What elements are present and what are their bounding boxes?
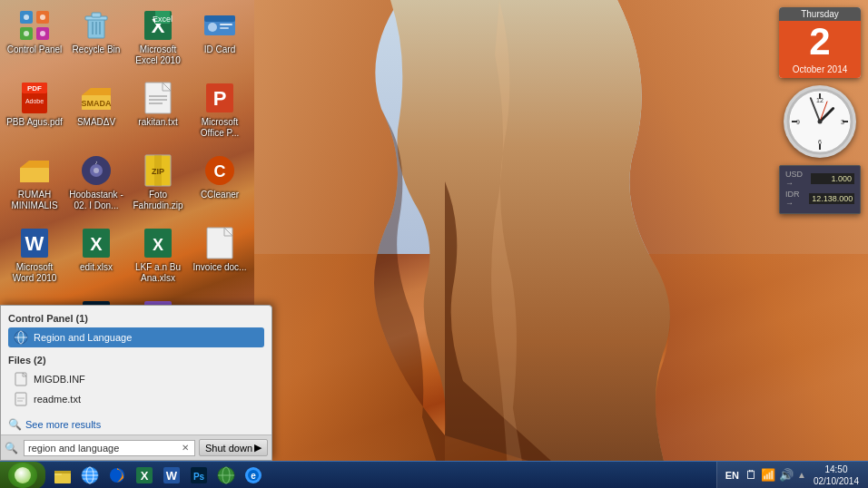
lang-indicator: EN <box>723 470 742 481</box>
readme-icon <box>14 392 28 406</box>
svg-text:X: X <box>90 234 103 254</box>
svg-text:X: X <box>141 469 149 483</box>
icon-label-foto: Foto Fahrudin.zip <box>129 190 187 211</box>
recycle-bin-icon <box>80 9 113 42</box>
svg-text:Excel: Excel <box>153 15 173 24</box>
excel-icon: X Excel <box>142 9 174 42</box>
clock-face-svg: 12 3 6 9 <box>786 88 853 155</box>
icon-excel-2010[interactable]: X Excel Microsoft Excel 2010 <box>127 4 189 74</box>
svg-text:W: W <box>25 232 44 255</box>
icon-edit-xlsx[interactable]: X edit.xlsx <box>65 221 127 292</box>
control-panel-icon <box>18 9 51 42</box>
desktop: Control Panel Recycle Bin X <box>0 0 868 488</box>
icon-label-office-p: Microsoft Office P... <box>191 117 249 139</box>
svg-rect-78 <box>15 393 26 405</box>
pdf-icon: PDF Adobe <box>18 82 51 114</box>
svg-text:12: 12 <box>816 97 824 103</box>
folder-rumah-icon <box>18 154 51 187</box>
tray-icon-sound[interactable]: 🔊 <box>779 468 794 482</box>
search-bar: 🔍 region and language ✕ Shut down ▶ <box>1 434 271 460</box>
taskbar-icon-explorer[interactable] <box>50 463 75 488</box>
clock-widget: 12 3 6 9 <box>784 85 856 158</box>
icon-office-p[interactable]: P Microsoft Office P... <box>189 76 251 147</box>
icon-control-panel[interactable]: Control Panel <box>4 4 65 74</box>
search-input-text[interactable]: region and language <box>28 443 180 454</box>
svg-point-72 <box>818 120 823 124</box>
svg-text:W: W <box>166 469 178 483</box>
result-readme[interactable]: readme.txt <box>8 389 264 409</box>
svg-point-5 <box>24 15 29 20</box>
see-more-results[interactable]: 🔍 See more results <box>8 415 264 434</box>
taskbar-icon-network2[interactable] <box>213 463 239 488</box>
svg-text:C: C <box>214 162 226 181</box>
migdb-icon <box>14 372 28 386</box>
svg-point-21 <box>208 23 217 32</box>
icon-rakitan[interactable]: rakitan.txt <box>127 76 189 147</box>
icon-hoobastank[interactable]: ♪ Hoobastank - 02. I Don... <box>65 149 127 220</box>
calendar-date: 2 <box>779 21 861 63</box>
lkf-icon: X <box>142 227 174 259</box>
invoice-icon <box>203 227 236 259</box>
svg-rect-11 <box>92 13 101 17</box>
usd-value: 1.000 <box>811 173 854 184</box>
icon-word-2010[interactable]: W Microsoft Word 2010 <box>4 221 65 292</box>
ccleaner-icon: C <box>203 154 236 187</box>
calendar-month-year: October 2014 <box>779 63 861 78</box>
svg-text:P: P <box>213 87 227 110</box>
icon-label-recycle-bin: Recycle Bin <box>73 44 121 55</box>
word-icon: W <box>18 227 51 259</box>
tray-icon-notes: 🗒 <box>745 468 757 482</box>
svg-rect-22 <box>220 24 232 25</box>
icon-invoice[interactable]: Invoice doc... <box>189 221 251 292</box>
tray-icon-network-tray[interactable]: 📶 <box>761 468 775 482</box>
icon-label-hoobastank: Hoobastank - 02. I Don... <box>67 190 125 211</box>
usd-row: USD → 1.000 <box>785 170 854 188</box>
icon-label-word: Microsoft Word 2010 <box>5 262 64 284</box>
icon-label-rakitan: rakitan.txt <box>138 117 177 128</box>
idr-value: 12.138.000 <box>809 193 854 204</box>
taskbar-icon-excel-tb[interactable]: X <box>132 463 157 488</box>
smada-icon: SMADA <box>80 82 113 114</box>
taskbar-icon-ie[interactable] <box>77 463 103 488</box>
shutdown-button[interactable]: Shut down ▶ <box>199 439 268 456</box>
icon-label-excel: Microsoft Excel 2010 <box>129 44 187 66</box>
svg-point-8 <box>40 31 45 36</box>
icon-ccleaner[interactable]: C CCleaner <box>189 149 251 220</box>
zip-icon: ZIP <box>142 154 174 187</box>
taskbar-icon-ie2[interactable]: e <box>241 463 266 488</box>
calendar-widget: Thursday 2 October 2014 <box>779 7 861 78</box>
svg-text:3: 3 <box>841 119 844 125</box>
result-region-language[interactable]: Region and Language <box>8 327 264 347</box>
svg-point-6 <box>40 15 45 20</box>
clock-tray[interactable]: 14:50 02/10/2014 <box>810 464 863 487</box>
start-button[interactable] <box>0 462 45 489</box>
taskbar-icon-word-tb[interactable]: W <box>159 463 184 488</box>
svg-rect-23 <box>220 27 229 29</box>
txt-icon <box>142 82 174 114</box>
icon-pbb-agus[interactable]: PDF Adobe PBB Agus.pdf <box>4 76 65 147</box>
files-section-title: Files (2) <box>8 355 264 366</box>
svg-text:ZIP: ZIP <box>152 167 164 176</box>
icon-smada[interactable]: SMADA SMADΔV <box>65 76 127 147</box>
icon-lkf-ana[interactable]: X LKF a.n Bu Ana.xlsx <box>127 221 189 292</box>
region-language-icon <box>14 330 28 345</box>
icon-foto-fahrudin[interactable]: ZIP Foto Fahrudin.zip <box>127 149 189 220</box>
id-card-icon <box>203 9 236 42</box>
calendar-day: Thursday <box>779 7 861 21</box>
svg-text:9: 9 <box>796 119 800 125</box>
taskbar-icon-photoshop-tb[interactable]: Ps <box>186 463 212 488</box>
taskbar-icon-firefox[interactable] <box>104 463 130 488</box>
search-input-box[interactable]: region and language ✕ <box>24 440 195 456</box>
icon-rumah[interactable]: RUMAH MINIMALIS <box>4 149 65 220</box>
icon-label-id-card: ID Card <box>204 44 235 55</box>
start-orb <box>8 463 37 488</box>
icon-id-card[interactable]: ID Card <box>189 4 251 74</box>
icon-label-smada: SMADΔV <box>77 117 115 128</box>
clock-time: 14:50 <box>824 464 847 475</box>
icon-recycle-bin[interactable]: Recycle Bin <box>65 4 127 74</box>
start-orb-inner <box>15 467 31 483</box>
svg-point-39 <box>94 168 99 173</box>
tray-icon-arrow[interactable]: ▲ <box>797 470 806 480</box>
result-migdb[interactable]: MIGDB.INF <box>8 369 264 389</box>
search-clear-button[interactable]: ✕ <box>180 443 191 453</box>
